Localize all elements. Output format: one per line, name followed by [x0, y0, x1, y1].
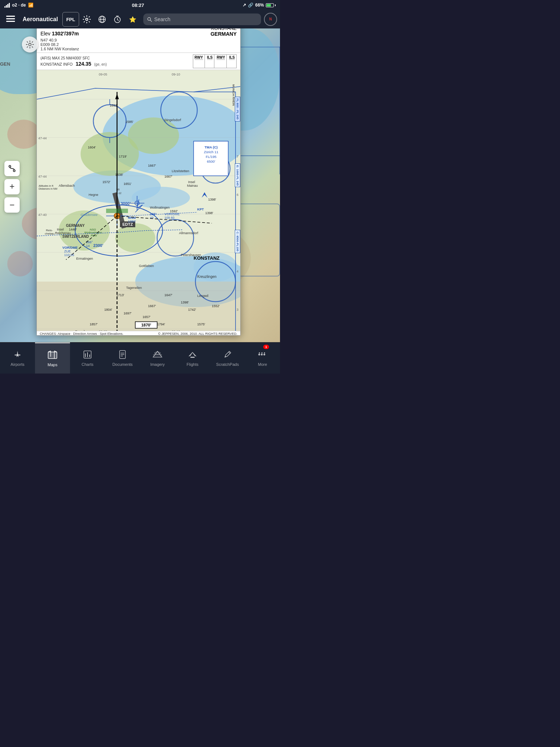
tab-maps[interactable]: Maps — [35, 342, 70, 374]
svg-text:Tagerwilen: Tagerwilen — [126, 286, 142, 290]
changes-text: CHANGES: Airspace · Direction Arrows · S… — [40, 332, 124, 336]
info-label: KONSTANZ INFO — [40, 62, 73, 66]
chart-svg: 8 7 6 5 4 3 09-05 09-10 09-05 09-10 47-4… — [37, 70, 240, 336]
route-button[interactable] — [4, 161, 20, 176]
maps-label: Maps — [48, 363, 58, 367]
svg-text:1742': 1742' — [188, 308, 196, 311]
svg-text:066°: 066° — [86, 240, 93, 244]
bluetooth-icon: 🔗 — [248, 3, 253, 8]
tab-airports[interactable]: Airports — [0, 342, 35, 374]
tab-imagery[interactable]: Imagery — [140, 342, 175, 374]
zoom-in-button[interactable]: + — [4, 179, 20, 194]
map-controls: + − — [4, 161, 20, 213]
svg-text:Altitudes in ft: Altitudes in ft — [39, 185, 53, 187]
chart-info-section: (AFIS) MAX 25 NM/4000' SFC KONSTANZ INFO… — [37, 53, 240, 70]
svg-text:Reis-: Reis- — [46, 229, 53, 232]
svg-text:Ermatingen: Ermatingen — [76, 257, 93, 260]
zoom-out-button[interactable]: − — [4, 197, 20, 213]
location-icon: ↗ — [242, 3, 246, 8]
afis-note: (AFIS) MAX 25 NM/4000' SFC — [40, 56, 107, 60]
svg-text:Insel: Insel — [188, 180, 195, 184]
svg-rect-170 — [264, 352, 265, 353]
svg-text:Allensbach: Allensbach — [59, 184, 75, 187]
svg-text:1651': 1651' — [124, 182, 132, 186]
svg-text:Lengwil: Lengwil — [197, 294, 209, 298]
flights-label: Flights — [187, 362, 198, 367]
layers-button[interactable] — [3, 12, 18, 27]
munich-rhein-label: MUNICH RHEIN — [231, 84, 236, 107]
svg-text:Zürich 11: Zürich 11 — [204, 150, 218, 154]
svg-text:1360': 1360' — [128, 220, 136, 223]
svg-point-166 — [261, 353, 263, 355]
svg-rect-0 — [6, 16, 15, 17]
search-placeholder: Search — [154, 16, 170, 22]
svg-text:Dingelsdorf: Dingelsdorf — [164, 118, 181, 122]
svg-text:1398': 1398' — [181, 301, 189, 304]
svg-text:Petershausen: Petershausen — [181, 253, 201, 257]
copyright-text: © JEPPESEN, 2006, 2010. ALL RIGHTS RESER… — [158, 332, 237, 336]
svg-text:47-44: 47-44 — [38, 175, 47, 178]
map-gear-button[interactable] — [22, 36, 38, 53]
fpl-button[interactable]: FPL — [62, 12, 79, 27]
imagery-label: Imagery — [150, 362, 165, 367]
svg-text:chebau: chebau — [45, 232, 54, 235]
svg-point-165 — [258, 353, 260, 355]
svg-text:Litzelstetten: Litzelstetten — [172, 169, 189, 173]
red-zone-3 — [7, 251, 33, 276]
svg-text:GERMANY: GERMANY — [66, 224, 85, 228]
status-bar: o2 · de 📶 08:27 ↗ 🔗 66% — [0, 0, 280, 10]
svg-text:Kreuzlingen: Kreuzlingen — [197, 275, 217, 279]
svg-line-9 — [150, 20, 152, 22]
svg-text:1713': 1713' — [116, 293, 124, 297]
bottom-tab-bar: Airports Maps Charts — [0, 342, 280, 374]
battery-percent: 66% — [255, 3, 264, 8]
tab-more[interactable]: 1 More — [245, 342, 280, 374]
documents-label: Documents — [112, 362, 133, 367]
maps-icon — [47, 350, 58, 361]
compass-button[interactable]: N — [264, 13, 277, 26]
svg-rect-142 — [106, 209, 128, 213]
svg-text:Hegne: Hegne — [89, 193, 98, 197]
favorites-button[interactable]: ⭐ — [125, 12, 140, 27]
svg-text:1552': 1552' — [212, 304, 220, 308]
svg-text:1638': 1638' — [115, 173, 123, 177]
tab-charts[interactable]: Charts — [70, 342, 105, 374]
timer-button[interactable] — [110, 12, 125, 27]
svg-text:09-05: 09-05 — [99, 73, 107, 76]
red-zone-1 — [7, 120, 40, 149]
scratchpads-label: ScratchPads — [216, 362, 239, 367]
more-icon — [257, 350, 268, 361]
airport-country: GERMANY — [205, 31, 237, 37]
battery-icon — [266, 3, 276, 7]
svg-text:7: 7 — [237, 155, 238, 158]
tab-scratchpads[interactable]: ScratchPads — [210, 342, 245, 374]
scratchpads-icon — [223, 350, 232, 361]
svg-rect-147 — [48, 352, 57, 359]
svg-text:Insel: Insel — [57, 228, 64, 231]
svg-text:KPT: KPT — [197, 208, 204, 211]
svg-text:1667': 1667' — [148, 164, 156, 167]
time-display: 08:27 — [132, 3, 144, 8]
svg-text:1794': 1794' — [157, 322, 165, 326]
svg-text:Wollmatingen: Wollmatingen — [150, 206, 170, 209]
svg-rect-169 — [261, 352, 262, 353]
charts-label: Charts — [82, 362, 93, 367]
svg-marker-145 — [16, 351, 19, 357]
airports-label: Airports — [11, 362, 24, 367]
search-bar[interactable]: Search — [143, 13, 261, 25]
settings-button[interactable] — [79, 12, 94, 27]
more-badge: 1 — [263, 345, 269, 349]
tab-documents[interactable]: Documents — [105, 342, 140, 374]
globe-button[interactable] — [94, 12, 110, 27]
chart-copyright: CHANGES: Airspace · Direction Arrows · S… — [37, 331, 240, 336]
airports-icon — [13, 350, 22, 361]
svg-text:1647': 1647' — [164, 293, 172, 297]
svg-rect-1 — [6, 18, 15, 19]
svg-text:Gottlieben: Gottlieben — [139, 264, 154, 268]
svg-text:109.60: 109.60 — [164, 216, 175, 220]
status-left: o2 · de 📶 — [4, 3, 34, 8]
svg-text:47-44: 47-44 — [38, 136, 47, 140]
svg-point-8 — [148, 18, 151, 20]
airport-elevation: Elev 1302'/397m — [40, 31, 205, 36]
tab-flights[interactable]: Flights — [175, 342, 210, 374]
